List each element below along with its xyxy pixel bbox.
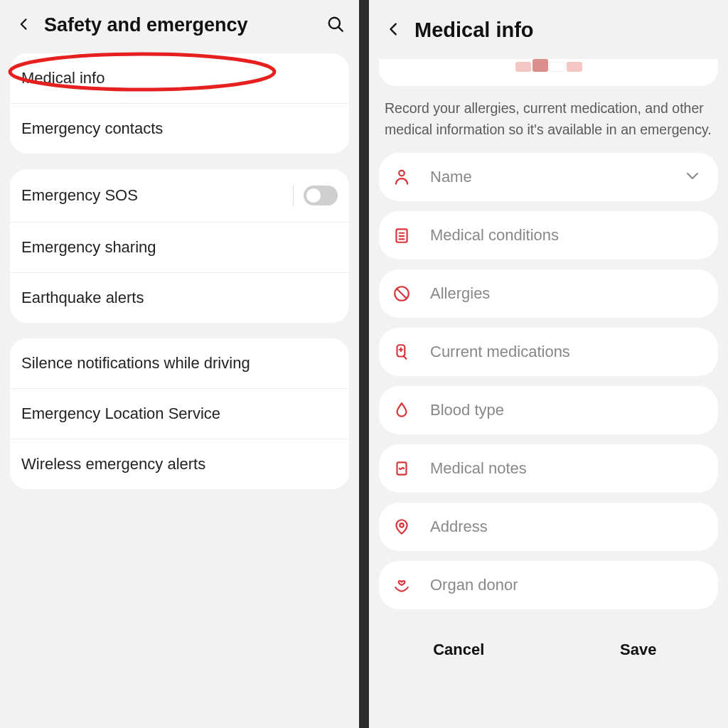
svg-point-14 [400,524,403,528]
toggle-knob-icon [305,187,322,204]
pill-icon [392,342,412,362]
sos-toggle[interactable] [304,186,338,205]
header: Medical info [369,0,728,59]
page-title: Medical info [414,18,534,42]
prohibited-icon [392,284,412,304]
page-title: Safety and emergency [44,14,314,36]
settings-group-3: Silence notifications while driving Emer… [10,338,349,489]
location-pin-icon [392,517,412,537]
screen-divider [359,0,369,728]
field-label: Medical conditions [430,226,701,245]
row-label: Emergency sharing [21,238,338,257]
field-organ-donor[interactable]: Organ donor [379,561,718,609]
settings-group-2: Emergency SOS Emergency sharing Earthqua… [10,169,349,323]
row-label: Medical info [21,69,338,87]
row-label: Silence notifications while driving [21,354,338,373]
field-label: Current medications [430,343,701,361]
settings-group-1: Medical info Emergency contacts [10,53,349,154]
clipboard-icon [392,225,412,245]
avatar-card [379,59,718,86]
row-location-service[interactable]: Emergency Location Service [10,388,349,439]
row-emergency-contacts[interactable]: Emergency contacts [10,103,349,154]
row-earthquake-alerts[interactable]: Earthquake alerts [10,272,349,323]
field-blood-type[interactable]: Blood type [379,386,718,434]
notes-icon [392,459,412,478]
medical-info-screen: Medical info Record your allergies, curr… [369,0,728,728]
back-icon[interactable] [17,17,31,34]
field-label: Blood type [430,401,701,419]
row-label: Earthquake alerts [21,289,338,307]
avatar-strip [515,59,582,72]
field-medical-notes[interactable]: Medical notes [379,444,718,493]
bottom-actions: Cancel Save [369,619,728,669]
field-label: Organ donor [430,576,701,594]
row-silence-driving[interactable]: Silence notifications while driving [10,338,349,388]
field-name[interactable]: Name [379,153,718,201]
field-label: Medical notes [430,459,701,478]
back-icon[interactable] [386,21,402,40]
droplet-icon [392,400,412,420]
toggle-separator [293,185,294,206]
search-icon[interactable] [326,15,345,36]
field-label: Name [430,168,665,186]
save-button[interactable]: Save [549,633,729,666]
header: Safety and emergency [0,0,359,53]
row-wireless-alerts[interactable]: Wireless emergency alerts [10,439,349,489]
row-label: Emergency contacts [21,119,338,138]
svg-line-1 [338,27,342,31]
field-medical-conditions[interactable]: Medical conditions [379,211,718,259]
svg-point-3 [399,171,405,176]
row-emergency-sharing[interactable]: Emergency sharing [10,222,349,272]
row-label: Emergency Location Service [21,405,338,423]
row-label: Emergency SOS [21,186,293,205]
organ-donor-icon [392,575,412,595]
row-emergency-sos[interactable]: Emergency SOS [10,169,349,222]
row-medical-info[interactable]: Medical info [10,53,349,103]
description-text: Record your allergies, current medicatio… [369,97,728,153]
field-allergies[interactable]: Allergies [379,269,718,318]
chevron-down-icon [684,167,701,187]
safety-emergency-screen: Safety and emergency Medical info Emerge… [0,0,359,728]
field-label: Allergies [430,284,701,303]
field-address[interactable]: Address [379,503,718,551]
cancel-button[interactable]: Cancel [369,633,549,666]
person-icon [392,167,412,187]
field-label: Address [430,518,701,536]
svg-line-9 [397,289,407,299]
field-current-medications[interactable]: Current medications [379,328,718,376]
row-label: Wireless emergency alerts [21,455,338,473]
